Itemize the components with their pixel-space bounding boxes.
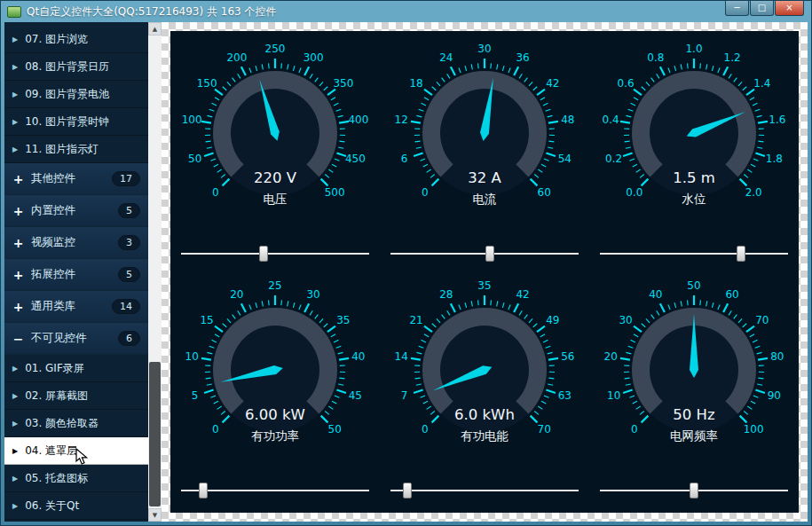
svg-text:电网频率: 电网频率 bbox=[670, 428, 718, 443]
slider-handle[interactable] bbox=[485, 246, 494, 262]
titlebar[interactable]: Qt自定义控件大全(QQ:517216493) 共 163 个控件 bbox=[4, 1, 808, 22]
svg-text:0: 0 bbox=[631, 423, 638, 436]
app-icon bbox=[7, 6, 21, 18]
window-title: Qt自定义控件大全(QQ:517216493) 共 163 个控件 bbox=[27, 4, 277, 20]
svg-text:35: 35 bbox=[336, 314, 350, 326]
tree-arrow-icon: ▶ bbox=[12, 447, 18, 455]
svg-text:20: 20 bbox=[604, 350, 618, 363]
slider-handle[interactable] bbox=[737, 246, 745, 262]
sidebar-group-5[interactable]: +其他控件17 bbox=[4, 163, 148, 195]
gauge-slider-0[interactable] bbox=[170, 246, 380, 262]
sidebar-item-0[interactable]: ▶07. 图片浏览 bbox=[4, 26, 148, 53]
svg-text:32 A: 32 A bbox=[468, 169, 501, 186]
slider-track[interactable] bbox=[390, 253, 579, 255]
sidebar-group-10[interactable]: −不可见控件6 bbox=[4, 323, 148, 355]
scroll-up-icon[interactable]: ▲ bbox=[148, 22, 162, 35]
gauge-slider-2[interactable] bbox=[589, 246, 799, 262]
count-badge: 14 bbox=[112, 299, 140, 314]
slider-handle[interactable] bbox=[403, 483, 412, 499]
sidebar-item-label: 07. 图片浏览 bbox=[25, 32, 140, 47]
svg-text:30: 30 bbox=[477, 43, 491, 55]
svg-text:10: 10 bbox=[185, 350, 199, 363]
gauge-slider-1[interactable] bbox=[380, 246, 589, 262]
svg-text:20: 20 bbox=[230, 289, 243, 302]
svg-text:0.6: 0.6 bbox=[618, 77, 635, 90]
sidebar-item-13[interactable]: ▶03. 颜色拾取器 bbox=[4, 410, 148, 437]
svg-text:50 Hz: 50 Hz bbox=[673, 406, 714, 423]
svg-text:63: 63 bbox=[558, 390, 572, 403]
svg-text:400: 400 bbox=[348, 114, 368, 126]
count-badge: 5 bbox=[118, 203, 140, 218]
sidebar-item-3[interactable]: ▶10. 图片背景时钟 bbox=[4, 108, 148, 136]
window-body: ▶07. 图片浏览▶08. 图片背景日历▶09. 图片背景电池▶10. 图片背景… bbox=[4, 22, 808, 522]
sidebar-scrollbar[interactable]: ▲ ▼ bbox=[148, 22, 162, 522]
sidebar-item-15[interactable]: ▶05. 托盘图标 bbox=[4, 465, 148, 492]
svg-text:1.4: 1.4 bbox=[753, 77, 770, 90]
sidebar-item-16[interactable]: ▶06. 关于Qt bbox=[4, 492, 148, 520]
svg-text:0: 0 bbox=[422, 186, 429, 199]
sidebar-item-label: 01. GIF录屏 bbox=[25, 361, 140, 376]
svg-text:2.0: 2.0 bbox=[745, 186, 762, 199]
maximize-button[interactable]: □ bbox=[750, 1, 774, 16]
svg-text:70: 70 bbox=[755, 314, 769, 326]
svg-text:50: 50 bbox=[188, 153, 201, 165]
sidebar-group-7[interactable]: +视频监控3 bbox=[4, 227, 148, 259]
sidebar-item-label: 其他控件 bbox=[31, 171, 105, 186]
svg-text:60: 60 bbox=[725, 289, 738, 302]
slider-handle[interactable] bbox=[690, 483, 698, 499]
sidebar-group-8[interactable]: +拓展控件5 bbox=[4, 259, 148, 291]
expand-icon: + bbox=[12, 236, 24, 250]
sidebar-item-label: 通用类库 bbox=[31, 299, 105, 314]
sidebar-item-label: 不可见控件 bbox=[31, 331, 111, 346]
svg-text:0.2: 0.2 bbox=[605, 153, 622, 165]
svg-text:电压: 电压 bbox=[264, 192, 288, 206]
svg-text:350: 350 bbox=[333, 77, 353, 90]
slider-track[interactable] bbox=[181, 253, 369, 255]
svg-text:60: 60 bbox=[538, 186, 551, 199]
sidebar-item-label: 06. 关于Qt bbox=[25, 499, 140, 514]
slider-track[interactable] bbox=[181, 490, 369, 491]
svg-text:220 V: 220 V bbox=[254, 169, 297, 186]
svg-text:24: 24 bbox=[439, 51, 453, 64]
sidebar-item-label: 03. 颜色拾取器 bbox=[25, 416, 140, 431]
svg-text:300: 300 bbox=[304, 51, 324, 64]
gauge-1: 0612182430364248546032 A电流 bbox=[380, 43, 589, 227]
tree-arrow-icon: ▶ bbox=[12, 502, 18, 510]
sidebar-item-12[interactable]: ▶02. 屏幕截图 bbox=[4, 382, 148, 410]
minimize-button[interactable]: ─ bbox=[725, 1, 749, 16]
sidebar-item-11[interactable]: ▶01. GIF录屏 bbox=[4, 355, 148, 382]
gauge-slider-4[interactable] bbox=[380, 483, 589, 499]
gauge-slider-3[interactable] bbox=[170, 483, 380, 499]
count-badge: 17 bbox=[112, 171, 140, 186]
sidebar-item-2[interactable]: ▶09. 图片背景电池 bbox=[4, 81, 148, 108]
tree-arrow-icon: ▶ bbox=[12, 90, 18, 98]
svg-text:1.0: 1.0 bbox=[685, 43, 702, 55]
svg-text:56: 56 bbox=[561, 350, 574, 363]
tree-arrow-icon: ▶ bbox=[12, 118, 18, 126]
sidebar-item-label: 05. 托盘图标 bbox=[25, 471, 140, 486]
svg-text:42: 42 bbox=[546, 77, 559, 90]
slider-handle[interactable] bbox=[259, 246, 268, 262]
gauge-0: 050100150200250300350400450500220 V电压 bbox=[170, 43, 380, 227]
svg-text:450: 450 bbox=[345, 153, 366, 165]
sidebar-item-14[interactable]: ▶04. 遮罩层 bbox=[4, 437, 148, 465]
slider-track[interactable] bbox=[390, 490, 579, 491]
scrollbar-thumb[interactable] bbox=[149, 362, 161, 506]
gauge-slider-5[interactable] bbox=[589, 483, 799, 499]
scroll-down-icon[interactable]: ▼ bbox=[148, 508, 162, 522]
sidebar-group-6[interactable]: +内置控件5 bbox=[4, 195, 148, 227]
count-badge: 6 bbox=[118, 331, 140, 346]
svg-text:200: 200 bbox=[226, 51, 247, 64]
sidebar-group-9[interactable]: +通用类库14 bbox=[4, 291, 148, 323]
svg-text:1.2: 1.2 bbox=[724, 51, 741, 64]
svg-text:5: 5 bbox=[192, 390, 199, 403]
slider-handle[interactable] bbox=[199, 483, 208, 499]
sidebar-item-1[interactable]: ▶08. 图片背景日历 bbox=[4, 53, 148, 81]
svg-text:30: 30 bbox=[306, 289, 319, 302]
close-button[interactable]: × bbox=[775, 1, 804, 16]
sidebar-item-label: 视频监控 bbox=[31, 235, 111, 250]
tree-arrow-icon: ▶ bbox=[12, 145, 18, 153]
slider-track[interactable] bbox=[600, 253, 788, 255]
sidebar-item-4[interactable]: ▶11. 图片指示灯 bbox=[4, 136, 148, 163]
expand-icon: + bbox=[12, 172, 24, 186]
